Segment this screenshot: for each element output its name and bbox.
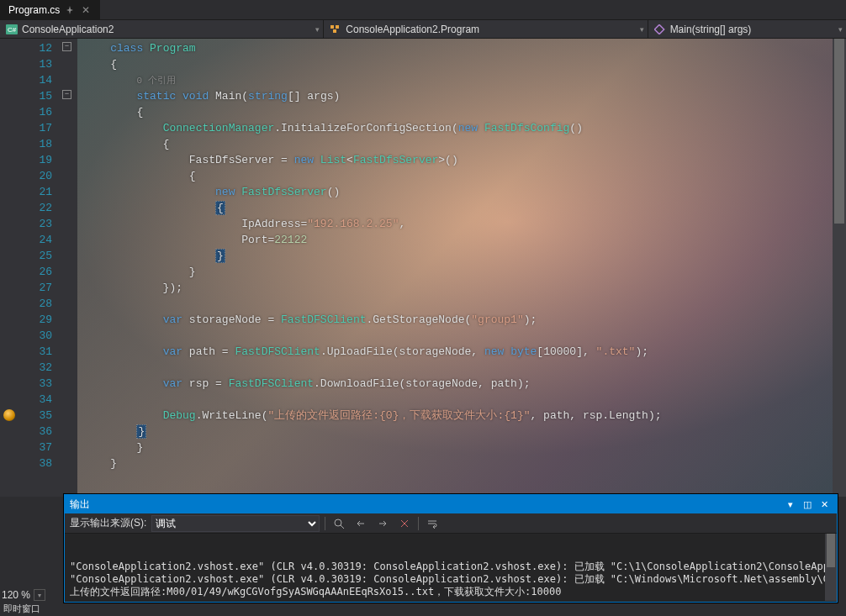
pin-icon[interactable] (65, 5, 75, 15)
code-editor[interactable]: 1213141516171819202122232425262728293031… (0, 39, 846, 497)
toggle-wrap-icon[interactable] (424, 515, 441, 532)
method-icon (653, 24, 667, 35)
code-nav-bar: C# ConsoleApplication2 ▾ ConsoleApplicat… (0, 20, 846, 39)
tab-label: Program.cs (8, 4, 60, 16)
svg-line-7 (341, 525, 344, 529)
nav-class-dropdown[interactable]: ConsoleApplication2.Program ▾ (324, 20, 648, 38)
output-panel: 输出 ▾ ◫ ✕ 显示输出来源(S): 调试 "ConsoleApplicati… (64, 494, 838, 603)
nav-method-dropdown[interactable]: Main(string[] args) ▾ (648, 20, 846, 38)
zoom-control[interactable]: 120 % ▾ (2, 589, 45, 601)
nav-project-label: ConsoleApplication2 (22, 24, 114, 35)
chevron-down-icon: ▾ (838, 25, 843, 34)
output-toolbar: 显示输出来源(S): 调试 (65, 513, 837, 534)
nav-class-label: ConsoleApplication2.Program (346, 24, 479, 35)
file-tab-program[interactable]: Program.cs ✕ (0, 0, 100, 20)
window-pin-icon[interactable]: ◫ (800, 498, 815, 511)
nav-project-dropdown[interactable]: C# ConsoleApplication2 ▾ (0, 20, 324, 38)
csharp-project-icon: C# (5, 24, 19, 35)
breakpoint-gutter[interactable] (0, 39, 20, 497)
output-source-label: 显示输出来源(S): (70, 516, 146, 530)
class-icon (329, 24, 342, 35)
svg-text:C#: C# (8, 26, 17, 34)
breakpoint-marker-icon[interactable] (3, 409, 15, 421)
code-content[interactable]: class Program { 0 个引用 static void Main(s… (77, 39, 846, 497)
prev-icon[interactable] (352, 515, 369, 532)
scrollbar-thumb[interactable] (834, 39, 844, 224)
window-dropdown-icon[interactable]: ▾ (783, 498, 798, 511)
output-content[interactable]: "ConsoleApplication2.vshost.exe" (CLR v4… (65, 534, 837, 601)
toolbar-separator (418, 517, 419, 530)
scrollbar-thumb[interactable] (827, 534, 835, 567)
chevron-down-icon[interactable]: ▾ (34, 589, 45, 601)
zoom-label: 120 % (2, 589, 30, 601)
toolbar-separator (325, 517, 325, 530)
fold-toggle-icon[interactable]: − (62, 42, 71, 51)
file-tab-bar: Program.cs ✕ (0, 0, 846, 20)
fold-gutter[interactable]: − − (59, 39, 77, 497)
find-message-icon[interactable] (330, 515, 347, 532)
svg-rect-2 (330, 25, 334, 29)
svg-rect-3 (336, 25, 339, 29)
output-title-bar[interactable]: 输出 ▾ ◫ ✕ (65, 495, 837, 513)
output-title-label: 输出 (70, 498, 90, 512)
clear-all-icon[interactable] (396, 515, 413, 532)
nav-method-label: Main(string[] args) (670, 24, 752, 35)
immediate-window-tab[interactable]: 即时窗口 (3, 603, 40, 616)
output-source-select[interactable]: 调试 (151, 515, 320, 532)
svg-rect-4 (333, 29, 336, 33)
svg-rect-5 (654, 24, 664, 34)
chevron-down-icon: ▾ (315, 25, 320, 34)
fold-toggle-icon[interactable]: − (62, 90, 71, 99)
svg-point-6 (335, 519, 341, 526)
line-number-gutter: 1213141516171819202122232425262728293031… (20, 39, 59, 497)
editor-vertical-scrollbar[interactable] (833, 39, 846, 497)
output-vertical-scrollbar[interactable] (825, 534, 837, 601)
chevron-down-icon: ▾ (640, 25, 644, 34)
next-icon[interactable] (374, 515, 391, 532)
close-icon[interactable]: ✕ (817, 498, 832, 511)
close-icon[interactable]: ✕ (80, 4, 92, 16)
bottom-tool-tabs: 即时窗口 (0, 603, 44, 616)
